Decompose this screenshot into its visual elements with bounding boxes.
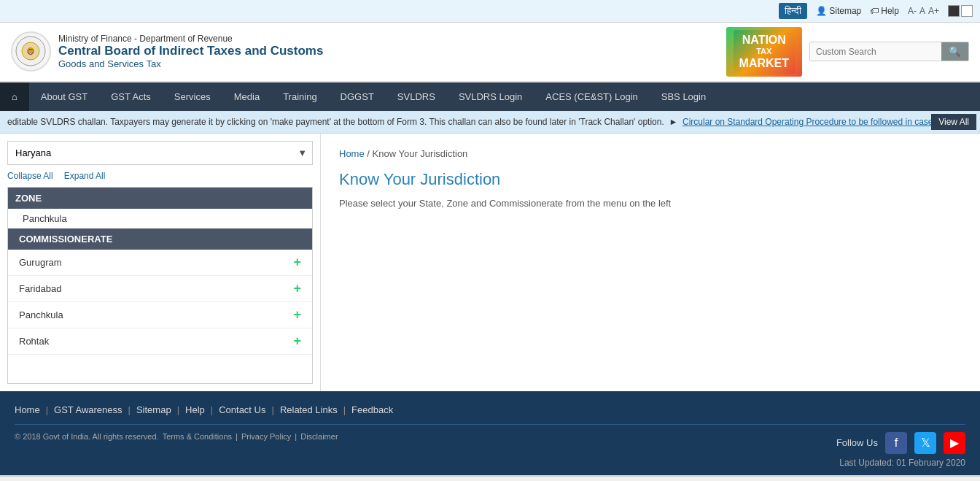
font-smaller-button[interactable]: A- [908,6,917,16]
nav-aces-login[interactable]: ACES (CE&ST) Login [534,82,649,111]
commissionerate-header: COMMISSIONERATE [8,228,312,250]
last-updated-text: Last Updated: 01 February 2020 [836,458,965,468]
main-container: Haryana Andhra Pradesh Karnataka Maharas… [0,134,980,391]
nav-svldrs-login[interactable]: SVLDRS Login [447,82,534,111]
svg-text:🦁: 🦁 [27,48,34,55]
help-link[interactable]: 🏷 Help [870,6,899,16]
follow-us-label: Follow Us [836,437,878,448]
copyright-text: © 2018 Govt of India. All rights reserve… [15,432,159,441]
expand-rohtak-button[interactable]: + [293,334,301,349]
nav-about-gst[interactable]: About GST [29,82,99,111]
cbic-name: Central Board of Indirect Taxes and Cust… [58,44,323,58]
nav-svldrs[interactable]: SVLDRS [386,82,447,111]
footer-help-link[interactable]: Help [185,404,205,415]
footer-gst-awareness-link[interactable]: GST Awareness [54,404,122,415]
hindi-lang-button[interactable]: हिन्दी [779,3,807,19]
ticker-text: editable SVLDRS challan. Taxpayers may g… [7,117,664,127]
terms-link[interactable]: Terms & Conditions [163,432,232,441]
expand-all-link[interactable]: Expand All [64,171,106,181]
collapse-all-link[interactable]: Collapse All [7,171,53,181]
footer-related-links-link[interactable]: Related Links [280,404,338,415]
ticker-content: editable SVLDRS challan. Taxpayers may g… [0,117,931,127]
sitemap-icon: 👤 [816,6,827,16]
dark-contrast-button[interactable] [948,5,960,17]
state-select[interactable]: Haryana Andhra Pradesh Karnataka Maharas… [7,141,313,165]
page-description: Please select your State, Zone and Commi… [339,198,962,209]
light-contrast-button[interactable] [961,5,973,17]
nav-sbs-login[interactable]: SBS Login [650,82,718,111]
commissionerate-label: Faridabad [19,283,62,294]
nav-bar: ⌂ About GST GST Acts Services Media Trai… [0,82,980,111]
footer-legal: © 2018 Govt of India. All rights reserve… [15,432,338,441]
zone-item-panchkula[interactable]: Panchkula [8,209,312,228]
view-all-button[interactable]: View All [931,114,976,130]
footer-sitemap-link[interactable]: Sitemap [136,404,171,415]
header: 🦁 Ministry of Finance - Department of Re… [0,23,980,82]
breadcrumb-home-link[interactable]: Home [339,148,365,159]
nav-media[interactable]: Media [222,82,271,111]
nav-gst-acts[interactable]: GST Acts [99,82,163,111]
footer-links: Home | GST Awareness | Sitemap | Help | … [15,404,965,415]
left-panel: Haryana Andhra Pradesh Karnataka Maharas… [0,134,321,391]
footer-feedback-link[interactable]: Feedback [351,404,393,415]
collapse-expand-row: Collapse All Expand All [7,171,313,181]
footer-social: Follow Us f 𝕏 ▶ [836,432,965,454]
facebook-icon[interactable]: f [885,432,907,454]
breadcrumb-current: Know Your Jurisdiction [373,148,468,159]
search-input[interactable] [810,42,941,61]
commissionerate-label: Rohtak [19,336,49,347]
tree-panel[interactable]: ZONE Panchkula COMMISSIONERATE Gurugram … [7,187,313,384]
contrast-controls [948,5,973,17]
zone-header: ZONE [8,188,312,209]
ticker-link[interactable]: Circular on Standard Operating Procedure… [682,117,931,127]
font-normal-button[interactable]: A [919,6,925,16]
page-title: Know Your Jurisdiction [339,170,962,189]
disclaimer-link[interactable]: Disclaimer [300,432,338,441]
nav-training[interactable]: Training [271,82,328,111]
header-left: 🦁 Ministry of Finance - Department of Re… [11,31,323,72]
help-icon: 🏷 [870,6,879,16]
breadcrumb: Home / Know Your Jurisdiction [339,148,962,159]
commissionerate-item-rohtak[interactable]: Rohtak + [8,328,312,355]
search-box: 🔍 [809,42,969,61]
commissionerate-item-gurugram[interactable]: Gurugram + [8,250,312,276]
expand-faridabad-button[interactable]: + [293,281,301,296]
youtube-icon[interactable]: ▶ [944,432,965,454]
font-size-controls: A- A A+ [908,6,939,16]
gst-name: Goods and Services Tax [58,58,323,69]
state-select-wrapper: Haryana Andhra Pradesh Karnataka Maharas… [7,141,313,165]
commissionerate-label: Gurugram [19,257,62,268]
expand-panchkula-button[interactable]: + [293,307,301,323]
nav-dggst[interactable]: DGGST [329,82,386,111]
footer-contact-us-link[interactable]: Contact Us [219,404,265,415]
font-larger-button[interactable]: A+ [928,6,939,16]
footer-home-link[interactable]: Home [15,404,40,415]
right-panel: Home / Know Your Jurisdiction Know Your … [321,134,980,391]
twitter-icon[interactable]: 𝕏 [914,432,936,454]
nav-services[interactable]: Services [163,82,222,111]
ticker-bar: editable SVLDRS challan. Taxpayers may g… [0,111,980,134]
footer-bottom: © 2018 Govt of India. All rights reserve… [15,424,965,468]
search-button[interactable]: 🔍 [941,42,968,61]
nav-home-button[interactable]: ⌂ [0,82,29,111]
header-right: NATION TAX MARKET 🔍 [726,27,969,77]
expand-gurugram-button[interactable]: + [293,255,301,270]
breadcrumb-separator: / [367,148,372,159]
top-bar: हिन्दी 👤 Sitemap 🏷 Help A- A A+ [0,0,980,23]
ntm-logo: NATION TAX MARKET [726,27,802,77]
gov-footer: Transactional portal of India india.gov.… [0,475,980,481]
home-icon: ⌂ [12,91,18,102]
sitemap-link[interactable]: 👤 Sitemap [816,6,861,16]
privacy-link[interactable]: Privacy Policy [241,432,291,441]
commissionerate-item-panchkula[interactable]: Panchkula + [8,302,312,328]
gov-emblem: 🦁 [11,31,51,72]
commissionerate-item-faridabad[interactable]: Faridabad + [8,276,312,302]
commissionerate-label: Panchkula [19,309,63,320]
header-title: Ministry of Finance - Department of Reve… [58,34,323,69]
footer: Home | GST Awareness | Sitemap | Help | … [0,391,980,475]
ministry-name: Ministry of Finance - Department of Reve… [58,34,323,44]
